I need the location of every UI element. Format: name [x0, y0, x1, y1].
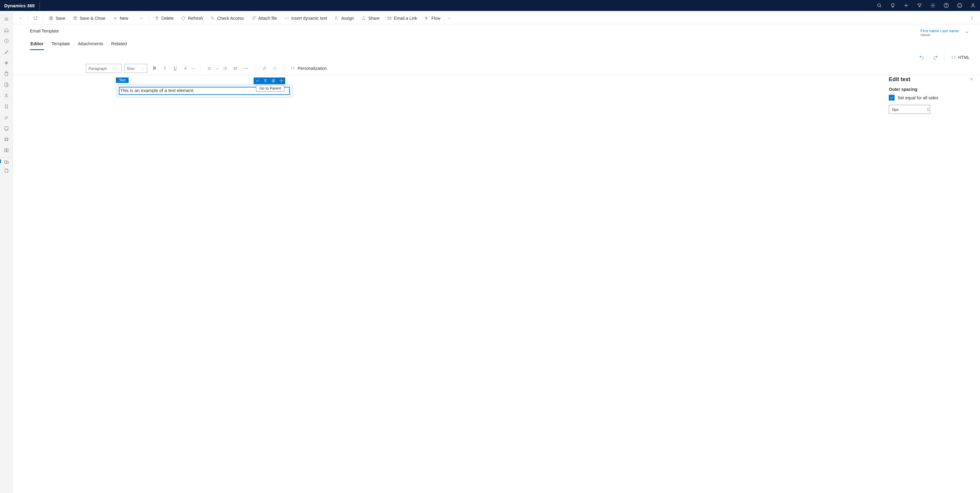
svg-rect-30: [5, 161, 7, 163]
paragraph-dropdown[interactable]: Paragraph: [86, 64, 122, 73]
underline-button[interactable]: U: [170, 64, 180, 73]
panel-close-button[interactable]: [969, 76, 974, 82]
owner-field[interactable]: First name Last name Owner: [920, 29, 959, 37]
command-overflow[interactable]: [967, 14, 977, 22]
svg-rect-33: [50, 17, 52, 17]
bold-button[interactable]: B: [150, 64, 159, 73]
editor-canvas[interactable]: Text Go to Parent This is an example: [13, 75, 883, 493]
spacing-spinner[interactable]: ▴▾: [928, 107, 929, 111]
svg-point-56: [234, 68, 234, 69]
svg-point-6: [946, 6, 947, 7]
nav-item-8-icon[interactable]: [0, 134, 13, 144]
svg-line-40: [213, 19, 214, 20]
record-header: Email Template First name Last name Owne…: [13, 24, 980, 37]
tab-attachments[interactable]: Attachments: [77, 41, 104, 50]
tab-editor[interactable]: Editor: [30, 41, 44, 50]
align-dropdown[interactable]: [215, 64, 220, 73]
svg-point-26: [6, 130, 7, 130]
svg-rect-34: [50, 18, 52, 19]
nav-item-3-icon[interactable]: [0, 79, 13, 90]
svg-rect-32: [49, 17, 52, 19]
feedback-icon[interactable]: [957, 3, 963, 8]
nav-recent-icon[interactable]: [0, 36, 13, 46]
insert-dynamic-text-button[interactable]: Insert dynamic text: [281, 14, 330, 22]
svg-point-45: [972, 19, 972, 20]
nav-bookmark-icon[interactable]: [0, 101, 13, 112]
refresh-button[interactable]: Refresh: [178, 14, 206, 22]
header-expand-chevron[interactable]: [964, 30, 970, 36]
undo-button[interactable]: [916, 54, 927, 61]
new-button[interactable]: New: [110, 14, 131, 22]
selection-actions: [254, 78, 285, 84]
font-color-button[interactable]: [181, 64, 190, 73]
spacing-input[interactable]: 0px ▴▾: [889, 105, 930, 114]
svg-rect-66: [273, 79, 275, 81]
settings-icon[interactable]: [930, 3, 935, 8]
topbar-divider: [40, 2, 40, 9]
selection-action-delete-icon[interactable]: [261, 78, 269, 84]
svg-point-39: [211, 16, 213, 19]
nav-home-icon[interactable]: [0, 25, 13, 35]
nav-person-icon[interactable]: [0, 90, 13, 101]
selection-action-duplicate-icon[interactable]: [269, 78, 277, 84]
open-new-window-button[interactable]: [31, 14, 40, 22]
font-color-dropdown[interactable]: [191, 64, 196, 73]
tab-template[interactable]: Template: [51, 41, 70, 50]
personalization-button[interactable]: Personalization: [288, 65, 329, 72]
selection-action-move-icon[interactable]: [277, 78, 285, 84]
nav-item-1-icon[interactable]: [0, 58, 13, 68]
nav-item-7-icon[interactable]: [0, 123, 13, 134]
html-view-button[interactable]: HTML: [948, 54, 972, 61]
more-format-button[interactable]: [241, 64, 251, 73]
align-button[interactable]: [205, 64, 214, 73]
nav-active-item-icon[interactable]: [0, 157, 13, 165]
svg-rect-65: [272, 80, 274, 82]
nav-book-icon[interactable]: [0, 145, 13, 155]
save-close-button[interactable]: Save & Close: [70, 14, 108, 22]
help-icon[interactable]: [943, 3, 949, 8]
flow-button[interactable]: Flow: [422, 14, 444, 22]
nav-hamburger[interactable]: [0, 14, 13, 24]
tab-related[interactable]: Related: [111, 41, 128, 50]
selection-tag: Text: [116, 78, 129, 83]
redo-button[interactable]: [931, 54, 941, 61]
nav-clipboard-icon[interactable]: [0, 69, 13, 79]
search-icon[interactable]: [877, 3, 882, 8]
ordered-list-button[interactable]: 123: [220, 64, 230, 73]
new-dropdown[interactable]: [137, 14, 146, 22]
filter-icon[interactable]: [917, 3, 922, 8]
nav-wrench-icon[interactable]: [0, 113, 13, 123]
refresh-label: Refresh: [188, 16, 203, 21]
nav-item-11-icon[interactable]: [0, 166, 13, 176]
share-button[interactable]: Share: [358, 14, 382, 22]
unlink-button[interactable]: [270, 64, 280, 73]
brand-label: Dynamics 365: [4, 3, 35, 8]
bullet-list-button[interactable]: [231, 64, 240, 73]
svg-point-43: [972, 17, 972, 17]
personalization-label: Personalization: [298, 66, 327, 71]
add-icon[interactable]: [904, 3, 909, 8]
italic-button[interactable]: I: [160, 64, 170, 73]
link-button[interactable]: [260, 64, 269, 73]
email-link-button[interactable]: Email a Link: [384, 14, 420, 22]
equal-sides-checkbox[interactable]: [889, 95, 894, 101]
delete-button[interactable]: Delete: [151, 14, 177, 22]
svg-point-7: [958, 3, 962, 8]
new-label: New: [120, 16, 128, 21]
account-icon[interactable]: [970, 3, 976, 8]
nav-pinned-icon[interactable]: [0, 47, 13, 57]
svg-point-9: [960, 5, 961, 5]
save-button[interactable]: Save: [46, 14, 68, 22]
spacing-value: 0px: [892, 107, 899, 112]
attach-file-button[interactable]: Attach file: [248, 14, 280, 22]
svg-rect-19: [5, 72, 8, 76]
assign-button[interactable]: Assign: [331, 14, 357, 22]
svg-point-41: [336, 17, 337, 18]
selection-action-return-icon[interactable]: [254, 78, 261, 84]
back-button[interactable]: [16, 14, 25, 22]
flow-dropdown[interactable]: [445, 14, 454, 22]
check-access-button[interactable]: Check Access: [207, 14, 247, 22]
svg-rect-42: [388, 17, 391, 19]
size-dropdown[interactable]: Size: [124, 64, 147, 73]
lightbulb-icon[interactable]: [890, 3, 896, 8]
